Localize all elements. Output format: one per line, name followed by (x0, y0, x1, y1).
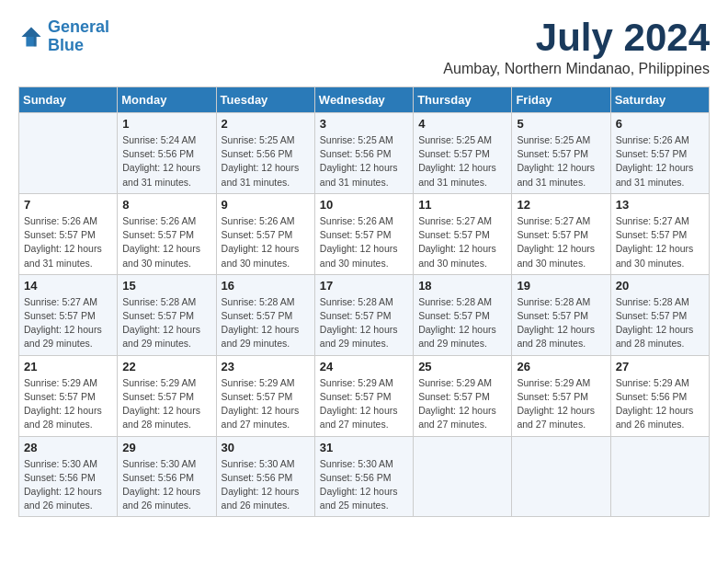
day-number: 4 (418, 117, 506, 131)
day-detail: Sunrise: 5:29 AM Sunset: 5:57 PM Dayligh… (418, 376, 506, 432)
calendar-cell: 2Sunrise: 5:25 AM Sunset: 5:56 PM Daylig… (216, 113, 314, 194)
calendar-cell: 21Sunrise: 5:29 AM Sunset: 5:57 PM Dayli… (19, 355, 118, 436)
calendar-cell: 13Sunrise: 5:27 AM Sunset: 5:57 PM Dayli… (610, 193, 709, 274)
day-number: 29 (122, 441, 210, 454)
day-number: 25 (418, 360, 506, 373)
calendar-cell: 10Sunrise: 5:26 AM Sunset: 5:57 PM Dayli… (314, 193, 413, 274)
day-detail: Sunrise: 5:25 AM Sunset: 5:57 PM Dayligh… (418, 133, 506, 190)
location-title: Aumbay, Northern Mindanao, Philippines (443, 61, 710, 77)
day-number: 3 (320, 117, 408, 131)
day-detail: Sunrise: 5:29 AM Sunset: 5:57 PM Dayligh… (222, 376, 310, 432)
day-number: 28 (24, 441, 112, 454)
day-detail: Sunrise: 5:28 AM Sunset: 5:57 PM Dayligh… (616, 295, 704, 351)
calendar-cell: 25Sunrise: 5:29 AM Sunset: 5:57 PM Dayli… (414, 355, 512, 436)
page-header: General Blue July 2024 Aumbay, Northern … (18, 18, 710, 77)
day-number: 27 (616, 360, 704, 373)
day-number: 14 (24, 279, 112, 293)
day-detail: Sunrise: 5:30 AM Sunset: 5:56 PM Dayligh… (122, 457, 210, 513)
calendar-cell: 8Sunrise: 5:26 AM Sunset: 5:57 PM Daylig… (118, 193, 216, 274)
day-detail: Sunrise: 5:28 AM Sunset: 5:57 PM Dayligh… (320, 295, 408, 351)
calendar-cell: 20Sunrise: 5:28 AM Sunset: 5:57 PM Dayli… (610, 274, 709, 355)
calendar-cell: 6Sunrise: 5:26 AM Sunset: 5:57 PM Daylig… (610, 113, 709, 194)
calendar-cell: 12Sunrise: 5:27 AM Sunset: 5:57 PM Dayli… (512, 193, 610, 274)
day-detail: Sunrise: 5:26 AM Sunset: 5:57 PM Dayligh… (122, 214, 210, 270)
day-number: 15 (122, 279, 210, 293)
day-detail: Sunrise: 5:26 AM Sunset: 5:57 PM Dayligh… (222, 214, 310, 270)
calendar-table: SundayMondayTuesdayWednesdayThursdayFrid… (18, 86, 710, 517)
calendar-cell: 17Sunrise: 5:28 AM Sunset: 5:57 PM Dayli… (314, 274, 413, 355)
calendar-cell: 14Sunrise: 5:27 AM Sunset: 5:57 PM Dayli… (19, 274, 118, 355)
day-number: 26 (517, 360, 605, 373)
calendar-cell: 22Sunrise: 5:29 AM Sunset: 5:57 PM Dayli… (118, 355, 216, 436)
logo-icon (18, 24, 44, 50)
calendar-cell: 30Sunrise: 5:30 AM Sunset: 5:56 PM Dayli… (216, 436, 314, 517)
day-detail: Sunrise: 5:26 AM Sunset: 5:57 PM Dayligh… (320, 214, 408, 270)
day-number: 20 (616, 279, 704, 293)
day-number: 1 (122, 117, 210, 131)
calendar-week-row: 21Sunrise: 5:29 AM Sunset: 5:57 PM Dayli… (19, 355, 710, 436)
calendar-cell: 27Sunrise: 5:29 AM Sunset: 5:56 PM Dayli… (610, 355, 709, 436)
calendar-cell: 15Sunrise: 5:28 AM Sunset: 5:57 PM Dayli… (118, 274, 216, 355)
calendar-cell: 4Sunrise: 5:25 AM Sunset: 5:57 PM Daylig… (414, 113, 512, 194)
calendar-cell (19, 113, 118, 194)
day-number: 9 (222, 198, 310, 212)
day-detail: Sunrise: 5:29 AM Sunset: 5:57 PM Dayligh… (24, 376, 112, 432)
logo: General Blue (18, 18, 109, 55)
day-number: 24 (320, 360, 408, 373)
logo-text: General Blue (48, 18, 109, 55)
day-detail: Sunrise: 5:25 AM Sunset: 5:56 PM Dayligh… (222, 133, 310, 190)
calendar-week-row: 14Sunrise: 5:27 AM Sunset: 5:57 PM Dayli… (19, 274, 710, 355)
day-number: 17 (320, 279, 408, 293)
day-number: 23 (222, 360, 310, 373)
calendar-week-row: 28Sunrise: 5:30 AM Sunset: 5:56 PM Dayli… (19, 436, 710, 517)
day-detail: Sunrise: 5:28 AM Sunset: 5:57 PM Dayligh… (418, 295, 506, 351)
day-number: 22 (122, 360, 210, 373)
day-number: 2 (222, 117, 310, 131)
column-header-monday: Monday (118, 87, 216, 113)
month-title: July 2024 (443, 18, 710, 57)
column-header-wednesday: Wednesday (314, 87, 413, 113)
day-number: 11 (418, 198, 506, 212)
calendar-cell: 26Sunrise: 5:29 AM Sunset: 5:57 PM Dayli… (512, 355, 610, 436)
day-number: 18 (418, 279, 506, 293)
calendar-cell (512, 436, 610, 517)
calendar-cell: 18Sunrise: 5:28 AM Sunset: 5:57 PM Dayli… (414, 274, 512, 355)
column-header-saturday: Saturday (610, 87, 709, 113)
day-number: 10 (320, 198, 408, 212)
day-number: 8 (122, 198, 210, 212)
column-header-friday: Friday (512, 87, 610, 113)
column-header-sunday: Sunday (19, 87, 118, 113)
column-header-thursday: Thursday (414, 87, 512, 113)
calendar-header-row: SundayMondayTuesdayWednesdayThursdayFrid… (19, 87, 710, 113)
title-block: July 2024 Aumbay, Northern Mindanao, Phi… (443, 18, 710, 77)
day-number: 30 (222, 441, 310, 454)
day-detail: Sunrise: 5:30 AM Sunset: 5:56 PM Dayligh… (222, 457, 310, 513)
calendar-cell: 11Sunrise: 5:27 AM Sunset: 5:57 PM Dayli… (414, 193, 512, 274)
calendar-week-row: 1Sunrise: 5:24 AM Sunset: 5:56 PM Daylig… (19, 113, 710, 194)
calendar-cell: 28Sunrise: 5:30 AM Sunset: 5:56 PM Dayli… (19, 436, 118, 517)
day-number: 16 (222, 279, 310, 293)
day-detail: Sunrise: 5:27 AM Sunset: 5:57 PM Dayligh… (616, 214, 704, 270)
day-detail: Sunrise: 5:24 AM Sunset: 5:56 PM Dayligh… (122, 133, 210, 190)
day-detail: Sunrise: 5:28 AM Sunset: 5:57 PM Dayligh… (222, 295, 310, 351)
day-detail: Sunrise: 5:26 AM Sunset: 5:57 PM Dayligh… (24, 214, 112, 270)
calendar-cell (414, 436, 512, 517)
calendar-cell: 24Sunrise: 5:29 AM Sunset: 5:57 PM Dayli… (314, 355, 413, 436)
day-number: 13 (616, 198, 704, 212)
column-header-tuesday: Tuesday (216, 87, 314, 113)
day-detail: Sunrise: 5:30 AM Sunset: 5:56 PM Dayligh… (320, 457, 408, 513)
calendar-cell: 16Sunrise: 5:28 AM Sunset: 5:57 PM Dayli… (216, 274, 314, 355)
day-number: 21 (24, 360, 112, 373)
calendar-week-row: 7Sunrise: 5:26 AM Sunset: 5:57 PM Daylig… (19, 193, 710, 274)
calendar-cell (610, 436, 709, 517)
day-number: 19 (517, 279, 605, 293)
day-number: 31 (320, 441, 408, 454)
day-detail: Sunrise: 5:27 AM Sunset: 5:57 PM Dayligh… (24, 295, 112, 351)
day-detail: Sunrise: 5:25 AM Sunset: 5:57 PM Dayligh… (517, 133, 605, 190)
day-detail: Sunrise: 5:26 AM Sunset: 5:57 PM Dayligh… (616, 133, 704, 190)
calendar-cell: 7Sunrise: 5:26 AM Sunset: 5:57 PM Daylig… (19, 193, 118, 274)
day-number: 6 (616, 117, 704, 131)
day-detail: Sunrise: 5:27 AM Sunset: 5:57 PM Dayligh… (418, 214, 506, 270)
day-detail: Sunrise: 5:25 AM Sunset: 5:56 PM Dayligh… (320, 133, 408, 190)
day-detail: Sunrise: 5:30 AM Sunset: 5:56 PM Dayligh… (24, 457, 112, 513)
